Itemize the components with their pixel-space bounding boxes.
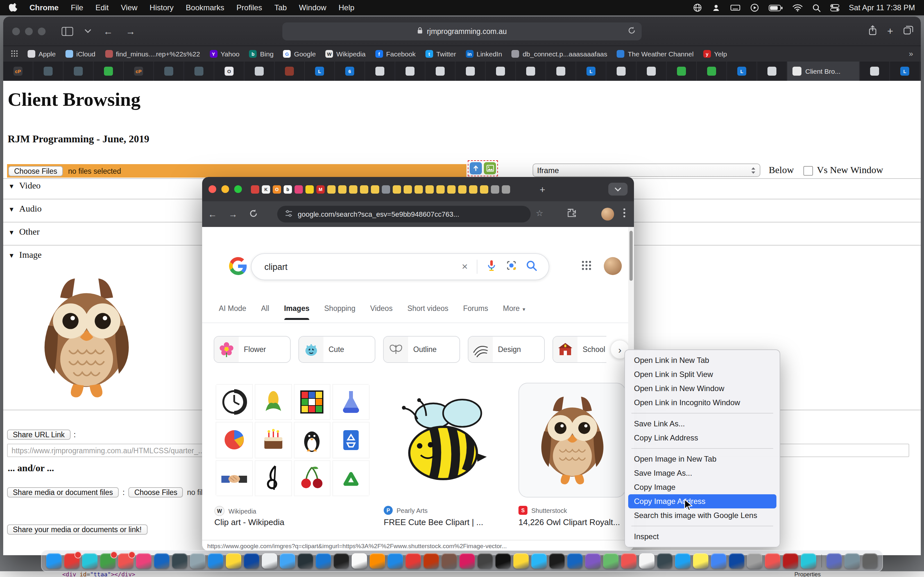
browser-tab[interactable] [365, 61, 395, 81]
browser-tab[interactable] [184, 61, 214, 81]
chip-design[interactable]: Design [468, 336, 545, 363]
menubar-clock[interactable]: Sat Apr 11 7:38 PM [849, 3, 915, 12]
browser-tab[interactable]: O [214, 61, 244, 81]
image-icon[interactable] [484, 162, 496, 174]
wifi-icon[interactable] [792, 4, 803, 11]
popup-tab-favicon[interactable] [469, 185, 477, 193]
popup-tab-favicon[interactable] [327, 185, 336, 193]
bookmark-item[interactable]: GGoogle [283, 50, 316, 58]
dock-icon[interactable] [405, 553, 421, 569]
overflow-menu-icon[interactable] [623, 208, 626, 221]
popup-tab-favicon[interactable] [338, 185, 347, 193]
dock-icon[interactable] [298, 553, 313, 569]
popup-tab-favicon[interactable] [371, 185, 379, 193]
popup-address-bar[interactable]: google.com/search?sca_esv=5e9bb948607cc7… [277, 206, 531, 222]
dock-icon[interactable] [729, 553, 744, 569]
chip-school[interactable]: School [552, 336, 606, 363]
search-query-text[interactable]: clipart [264, 262, 453, 271]
menu-item[interactable]: Copy Link Address [625, 431, 780, 445]
dock-icon[interactable] [549, 553, 565, 569]
dock-icon[interactable] [190, 553, 205, 569]
share-url-label[interactable]: Share URL Link [7, 430, 71, 440]
google-tab-more[interactable]: More▼ [503, 305, 526, 316]
back-button[interactable]: ← [103, 26, 113, 37]
menu-item[interactable]: Inspect [625, 530, 780, 544]
section-video[interactable]: ▼Video [8, 181, 41, 191]
menubar-item[interactable]: Help [338, 3, 354, 12]
browser-tab[interactable]: L [890, 61, 920, 81]
dock-icon[interactable] [845, 553, 860, 569]
google-tab-ai-mode[interactable]: AI Mode [219, 305, 246, 316]
popup-tab-favicon[interactable] [294, 185, 303, 193]
bookmark-item[interactable]: Apple [27, 50, 56, 58]
popup-tab-favicon[interactable]: K [262, 185, 270, 193]
google-account-avatar[interactable] [604, 257, 622, 275]
browser-tab[interactable] [63, 61, 94, 81]
back-button[interactable]: ← [208, 209, 217, 219]
close-window-button[interactable] [12, 27, 20, 35]
google-search-box[interactable]: clipart × [251, 253, 549, 280]
dock-icon[interactable] [334, 553, 349, 569]
browser-tab[interactable] [425, 61, 456, 81]
dock-icon[interactable] [262, 553, 277, 569]
dock-icon[interactable] [441, 553, 457, 569]
dock-icon[interactable] [352, 553, 367, 569]
dock-icon[interactable] [639, 553, 654, 569]
bookmarks-grid-icon[interactable] [11, 50, 18, 58]
dock-icon[interactable] [459, 553, 475, 569]
popup-tab-favicon[interactable]: b [284, 185, 292, 193]
menubar-app-name[interactable]: Chrome [29, 3, 59, 12]
dock-icon[interactable] [64, 553, 79, 569]
dock-icon[interactable] [783, 553, 798, 569]
browser-tab[interactable] [516, 61, 546, 81]
reload-icon[interactable] [628, 26, 636, 35]
menubar-item[interactable]: Window [299, 3, 326, 12]
dock-icon[interactable] [226, 553, 241, 569]
browser-tab[interactable] [486, 61, 516, 81]
bookmark-item[interactable]: bBing [249, 50, 274, 58]
tab-search-chevron-icon[interactable] [608, 183, 628, 195]
popup-tab-favicon[interactable] [491, 185, 499, 193]
dock-icon[interactable] [388, 553, 403, 569]
google-tab-short-videos[interactable]: Short videos [407, 305, 449, 316]
battery-icon[interactable] [769, 4, 783, 11]
menu-item[interactable]: Open Link in Incognito Window [625, 396, 780, 410]
minimize-window-button[interactable] [25, 27, 33, 35]
chip-outline[interactable]: Outline [383, 336, 460, 363]
popup-tab-favicon[interactable] [415, 185, 423, 193]
result-bee-image[interactable] [384, 383, 499, 498]
dock-icon[interactable] [711, 553, 726, 569]
dock-icon[interactable] [100, 553, 115, 569]
dock-icon[interactable] [747, 553, 762, 569]
menubar-item[interactable]: View [121, 3, 137, 12]
browser-tab[interactable] [606, 61, 636, 81]
dock-icon[interactable] [118, 553, 134, 569]
new-tab-icon[interactable]: + [540, 184, 545, 195]
search-magnifier-icon[interactable] [526, 260, 537, 274]
popup-tab-favicon[interactable] [458, 185, 467, 193]
dock-icon[interactable] [801, 553, 816, 569]
popup-tab-favicon[interactable] [382, 185, 390, 193]
spotlight-search-icon[interactable] [813, 3, 821, 12]
dock-icon[interactable] [621, 553, 636, 569]
menu-item[interactable]: Open Link in Split View [625, 367, 780, 382]
menubar-item[interactable]: Tab [274, 3, 287, 12]
google-tab-forums[interactable]: Forums [463, 305, 488, 316]
menu-item[interactable]: Open Link in New Tab [625, 353, 780, 367]
dock-icon[interactable] [513, 553, 529, 569]
popup-tab-favicon[interactable] [447, 185, 456, 193]
menu-item[interactable]: Search this image with Google Lens [625, 508, 780, 522]
browser-tab[interactable] [395, 61, 425, 81]
forward-button[interactable]: → [228, 209, 237, 219]
section-image[interactable]: ▼Image [8, 250, 42, 260]
bookmark-item[interactable]: iCloud [65, 50, 95, 58]
menubar-item[interactable]: Bookmarks [186, 3, 224, 12]
dock-icon[interactable] [603, 553, 619, 569]
sidebar-icon[interactable] [61, 27, 73, 35]
browser-tab[interactable]: L [576, 61, 606, 81]
popup-tab-favicon[interactable] [305, 185, 314, 193]
dock-icon[interactable] [827, 553, 842, 569]
zoom-window-button[interactable] [38, 27, 45, 35]
dock-icon[interactable] [585, 553, 601, 569]
minimize-window-button[interactable] [221, 185, 229, 193]
